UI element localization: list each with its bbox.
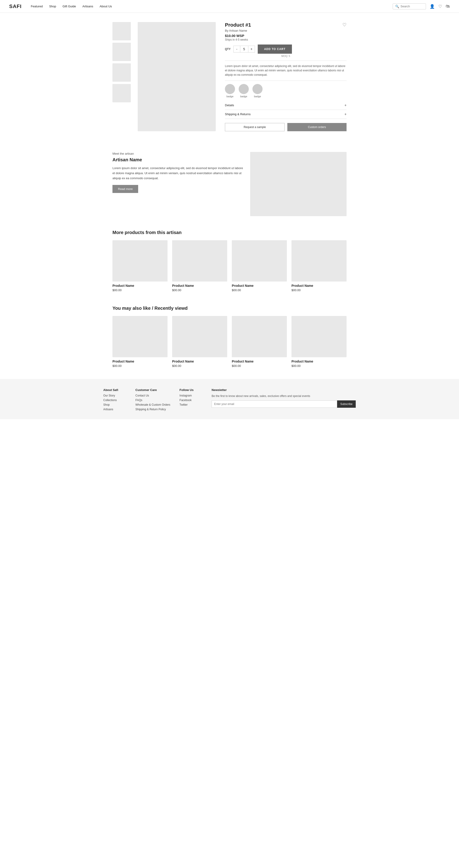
badge-item-2: badge [239, 84, 249, 98]
footer-wholesale[interactable]: Wholesale & Custom Orders [135, 403, 170, 406]
qty-controls: - 5 + [234, 46, 255, 53]
details-plus-icon: + [344, 103, 346, 107]
recently-viewed-title: You may also like / Recently viewd [113, 306, 346, 311]
thumbnail-2[interactable] [113, 43, 131, 61]
more-product-1-name: Product Name [113, 284, 167, 287]
recent-product-3-image [232, 316, 287, 357]
recent-product-2[interactable]: Product Name $00.00 [172, 316, 227, 368]
newsletter-title: Newsletter [212, 388, 356, 392]
more-product-3[interactable]: Product Name $00.00 [232, 240, 287, 292]
more-product-2-price: $00.00 [172, 288, 227, 292]
more-product-4-price: $00.00 [292, 288, 346, 292]
recent-product-4[interactable]: Product Name $00.00 [292, 316, 346, 368]
cart-icon[interactable]: 🛍 [446, 4, 450, 9]
logo[interactable]: SAFI [9, 3, 22, 9]
qty-minus-button[interactable]: - [234, 46, 240, 52]
details-accordion[interactable]: Details + [225, 101, 346, 110]
footer-our-story[interactable]: Our Story [103, 394, 126, 397]
thumbnail-4[interactable] [113, 84, 131, 102]
footer-contact[interactable]: Contact Us [135, 394, 170, 397]
wishlist-icon[interactable]: ♡ [438, 4, 442, 9]
search-input[interactable] [400, 5, 423, 8]
footer-inner: About Safi Our Story Collections Shop Ar… [103, 388, 356, 412]
newsletter-form: Subscribe [212, 400, 356, 408]
footer-twitter[interactable]: Twitter [180, 403, 203, 406]
recent-product-3[interactable]: Product Name $00.00 [232, 316, 287, 368]
recent-product-4-price: $00.00 [292, 364, 346, 368]
artisan-meet-label: Meet the artisan [113, 152, 243, 155]
recent-product-1-image [113, 316, 167, 357]
badge-item-3: badge [252, 84, 263, 98]
recent-product-4-image [292, 316, 346, 357]
account-icon[interactable]: 👤 [430, 4, 435, 9]
recent-product-2-name: Product Name [172, 360, 227, 363]
qty-plus-button[interactable]: + [248, 46, 255, 52]
badge-label-2: badge [240, 95, 247, 98]
footer-about-title: About Safi [103, 388, 126, 392]
more-product-4[interactable]: Product Name $00.00 [292, 240, 346, 292]
product-description: Lorem ipsum dolor sit amet, consectetur … [225, 64, 346, 77]
more-product-4-name: Product Name [292, 284, 346, 287]
thumbnail-3[interactable] [113, 63, 131, 82]
nav-featured[interactable]: Featured [31, 5, 43, 8]
more-product-2-image [172, 240, 227, 282]
read-more-button[interactable]: Read more [113, 185, 138, 193]
recent-product-1[interactable]: Product Name $00.00 [113, 316, 167, 368]
footer-collections[interactable]: Collections [103, 399, 126, 402]
search-box[interactable]: 🔍 [393, 3, 426, 9]
more-product-1-price: $00.00 [113, 288, 167, 292]
shipping-label: Shipping & Returns [225, 113, 251, 116]
search-icon: 🔍 [395, 5, 399, 8]
recent-product-1-name: Product Name [113, 360, 167, 363]
footer-artisans[interactable]: Artisans [103, 408, 126, 411]
recently-viewed-grid: Product Name $00.00 Product Name $00.00 … [113, 316, 346, 368]
badge-item-1: badge [225, 84, 235, 98]
footer-faqs[interactable]: FAQs [135, 399, 170, 402]
subscribe-button[interactable]: Subscribe [337, 400, 356, 408]
shipping-accordion[interactable]: Shipping & Returns + [225, 110, 346, 119]
qty-label: QTY [225, 48, 231, 51]
footer-facebook[interactable]: Facebook [180, 399, 203, 402]
nav-artisans[interactable]: Artisans [82, 5, 93, 8]
more-product-3-image [232, 240, 287, 282]
footer-shop[interactable]: Shop [103, 403, 126, 406]
badge-circle-2 [239, 84, 249, 94]
product-actions: Request a sample Custom orders [225, 123, 346, 131]
more-product-2[interactable]: Product Name $00.00 [172, 240, 227, 292]
details-label: Details [225, 103, 234, 107]
request-sample-button[interactable]: Request a sample [225, 123, 284, 131]
more-product-1[interactable]: Product Name $00.00 [113, 240, 167, 292]
thumbnail-1[interactable] [113, 22, 131, 40]
footer-shipping-policy[interactable]: Shipping & Return Policy [135, 408, 170, 411]
navbar: SAFI Featured Shop Gift Guide Artisans A… [0, 0, 459, 13]
nav-about[interactable]: About Us [100, 5, 112, 8]
badge-circle-3 [252, 84, 263, 94]
footer-instagram[interactable]: Instagram [180, 394, 203, 397]
footer-newsletter: Newsletter Be the first to know about ne… [212, 388, 356, 412]
moq-text: MOQ: 5 [225, 55, 346, 57]
product-by: By Artisan Name [225, 29, 346, 32]
nav-gift-guide[interactable]: Gift Guide [63, 5, 76, 8]
footer: About Safi Our Story Collections Shop Ar… [0, 379, 459, 419]
product-main-image [138, 22, 216, 131]
product-title-row: Product #1 ♡ [225, 22, 346, 28]
recent-product-3-price: $00.00 [232, 364, 287, 368]
more-products-title: More products from this artisan [113, 230, 346, 235]
more-product-1-image [113, 240, 167, 282]
navbar-right: 🔍 👤 ♡ 🛍 [393, 3, 450, 9]
recent-product-1-price: $00.00 [113, 364, 167, 368]
product-divider-2 [225, 81, 346, 81]
recently-viewed-section: You may also like / Recently viewd Produ… [103, 303, 356, 379]
more-product-3-price: $00.00 [232, 288, 287, 292]
product-thumbnails [113, 22, 131, 131]
custom-orders-button[interactable]: Custom orders [287, 123, 346, 131]
nav-links: Featured Shop Gift Guide Artisans About … [31, 5, 393, 8]
product-ships: Ships in 4-5 weeks [225, 38, 346, 41]
newsletter-input[interactable] [212, 400, 337, 408]
footer-care-title: Customer Care [135, 388, 170, 392]
badge-label-1: badge [226, 95, 234, 98]
product-wishlist-button[interactable]: ♡ [342, 22, 346, 28]
recent-product-2-image [172, 316, 227, 357]
add-to-cart-button[interactable]: ADD TO CART [258, 44, 292, 54]
nav-shop[interactable]: Shop [49, 5, 56, 8]
